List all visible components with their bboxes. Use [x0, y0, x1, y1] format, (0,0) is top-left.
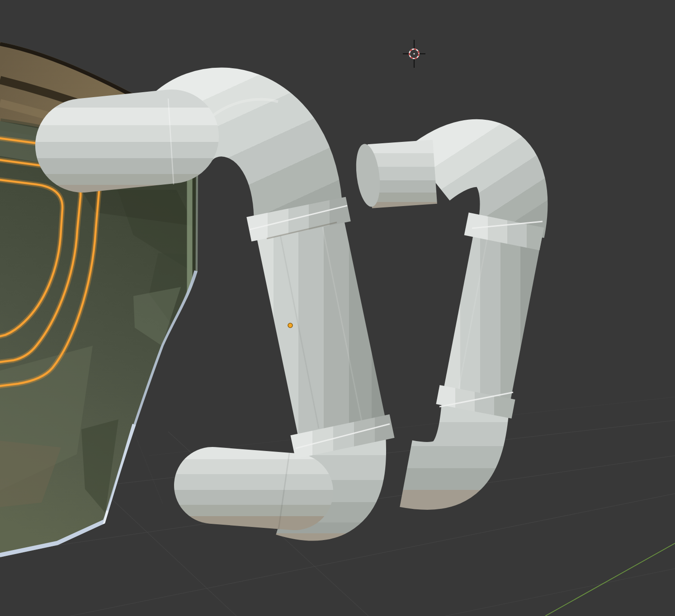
pipe-large-ring-upper[interactable]	[296, 207, 301, 231]
pipe-large-straight[interactable]	[298, 219, 342, 428]
pipe-small-ring-bottom[interactable]	[474, 392, 477, 411]
pipe-small-stub-top[interactable]	[370, 172, 435, 176]
viewport-canvas[interactable]	[0, 0, 675, 616]
viewport-stage	[0, 0, 675, 616]
cursor-center-dot	[413, 53, 415, 54]
pipe-small-straight[interactable]	[476, 228, 509, 402]
pipe-large-stub-bottom[interactable]	[212, 485, 295, 492]
object-origin-dot[interactable]	[288, 323, 293, 328]
pipe-large-sleeve-left[interactable]	[82, 136, 172, 146]
glass-edge-faint-band	[197, 174, 198, 273]
pipe-small-ring-top[interactable]	[502, 220, 506, 243]
